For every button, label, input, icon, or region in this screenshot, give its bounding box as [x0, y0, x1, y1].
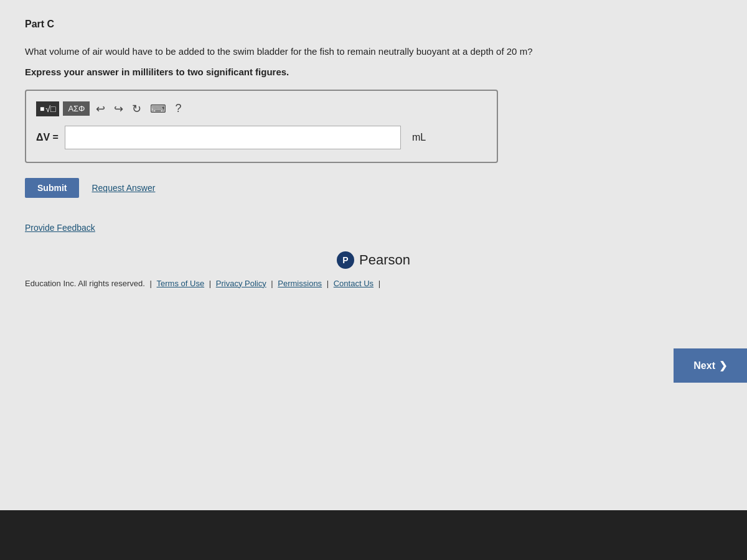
pearson-name: Pearson [359, 252, 410, 268]
keyboard-icon: ⌨ [150, 103, 166, 115]
separator-3: | [271, 279, 275, 288]
next-chevron-icon: ❯ [719, 360, 727, 371]
answer-box: ■ √□ ΑΣΦ ↩ ↪ ↻ ⌨ ? ΔV = [25, 90, 498, 163]
keyboard-button[interactable]: ⌨ [148, 101, 169, 117]
part-label: Part C [25, 19, 722, 30]
submit-button[interactable]: Submit [25, 178, 79, 198]
dark-bottom-bar [0, 510, 747, 560]
pearson-logo: P [337, 251, 354, 269]
matrix-button[interactable]: ■ √□ [36, 101, 59, 116]
provide-feedback-button[interactable]: Provide Feedback [25, 223, 95, 233]
separator-5: | [378, 279, 380, 288]
refresh-icon: ↻ [132, 103, 141, 115]
pearson-logo-letter: P [342, 255, 348, 265]
input-row: ΔV = mL [36, 126, 487, 149]
unit-label: mL [412, 132, 426, 143]
contact-us-link[interactable]: Contact Us [334, 279, 374, 288]
footer: Education Inc. All rights reserved. | Te… [25, 279, 722, 288]
copyright-text: Education Inc. All rights reserved. [25, 279, 145, 288]
button-row: Submit Request Answer [25, 178, 722, 198]
separator-1: | [150, 279, 154, 288]
undo-button[interactable]: ↩ [93, 101, 108, 117]
symbol-button[interactable]: ΑΣΦ [63, 101, 90, 116]
question-text: What volume of air would have to be adde… [25, 45, 722, 59]
delta-v-label: ΔV = [36, 132, 59, 143]
redo-button[interactable]: ↪ [111, 101, 126, 117]
undo-icon: ↩ [96, 103, 105, 115]
pearson-section: P Pearson [25, 251, 722, 269]
next-button[interactable]: Next ❯ [674, 348, 747, 383]
privacy-policy-link[interactable]: Privacy Policy [216, 279, 266, 288]
answer-input[interactable] [65, 126, 401, 149]
permissions-link[interactable]: Permissions [278, 279, 322, 288]
separator-4: | [327, 279, 331, 288]
instruction-text: Express your answer in milliliters to tw… [25, 67, 722, 77]
help-button[interactable]: ? [172, 101, 184, 116]
sqrt-icon: √□ [45, 104, 55, 114]
matrix-icon: ■ [40, 105, 44, 113]
symbol-label: ΑΣΦ [68, 104, 85, 113]
separator-2: | [209, 279, 214, 288]
terms-of-use-link[interactable]: Terms of Use [157, 279, 205, 288]
main-container: Part C What volume of air would have to … [0, 0, 747, 560]
request-answer-button[interactable]: Request Answer [92, 183, 155, 193]
redo-icon: ↪ [114, 103, 123, 115]
toolbar: ■ √□ ΑΣΦ ↩ ↪ ↻ ⌨ ? [36, 101, 487, 117]
refresh-button[interactable]: ↻ [129, 101, 144, 117]
next-label: Next [693, 360, 715, 371]
help-icon: ? [175, 102, 181, 114]
